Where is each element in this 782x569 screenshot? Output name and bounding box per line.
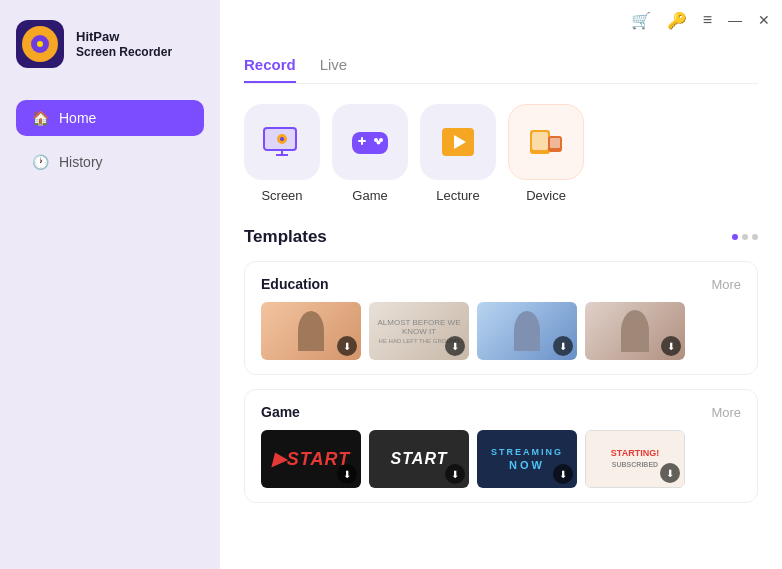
game-thumb-1[interactable]: ▶START ⬇ xyxy=(261,430,361,488)
download-overlay-g4: ⬇ xyxy=(660,463,680,483)
home-icon: 🏠 xyxy=(32,110,49,126)
download-icon-g3: ⬇ xyxy=(559,469,567,480)
svg-point-12 xyxy=(377,141,381,145)
game-header: Game More xyxy=(261,404,741,420)
app-subtitle: Screen Recorder xyxy=(76,45,172,59)
sidebar-item-home[interactable]: 🏠 Home xyxy=(16,100,204,136)
download-overlay-1: ⬇ xyxy=(337,336,357,356)
titlebar: 🛒 🔑 ≡ — ✕ xyxy=(220,0,782,40)
main-area: 🛒 🔑 ≡ — ✕ Record Live xyxy=(220,0,782,569)
edu-thumb-2[interactable]: ALMOST BEFORE WE KNOW ITHE HAD LEFT THE … xyxy=(369,302,469,360)
mode-device[interactable]: Device xyxy=(508,104,584,203)
category-game: Game More ▶START ⬇ START ⬇ xyxy=(244,389,758,503)
download-icon-1: ⬇ xyxy=(343,341,351,352)
lecture-label: Lecture xyxy=(436,188,479,203)
education-more[interactable]: More xyxy=(711,277,741,292)
templates-header: Templates xyxy=(244,227,758,247)
education-header: Education More xyxy=(261,276,741,292)
screen-label: Screen xyxy=(261,188,302,203)
download-overlay-g2: ⬇ xyxy=(445,464,465,484)
key-icon[interactable]: 🔑 xyxy=(667,11,687,30)
home-label: Home xyxy=(59,110,96,126)
lecture-icon-wrap xyxy=(420,104,496,180)
tab-live[interactable]: Live xyxy=(320,56,348,83)
minimize-button[interactable]: — xyxy=(728,12,742,28)
mode-lecture[interactable]: Lecture xyxy=(420,104,496,203)
tab-record[interactable]: Record xyxy=(244,56,296,83)
screen-icon xyxy=(260,120,304,164)
download-icon-g2: ⬇ xyxy=(451,469,459,480)
device-icon-wrap xyxy=(508,104,584,180)
dot-2 xyxy=(742,234,748,240)
game-more[interactable]: More xyxy=(711,405,741,420)
svg-rect-16 xyxy=(532,132,548,150)
sidebar: HitPaw Screen Recorder 🏠 Home 🕐 History xyxy=(0,0,220,569)
download-icon-4: ⬇ xyxy=(667,341,675,352)
category-education: Education More ⬇ ALMOST BEFORE WE KNOW I… xyxy=(244,261,758,375)
game-thumb-2[interactable]: START ⬇ xyxy=(369,430,469,488)
game-thumbnails: ▶START ⬇ START ⬇ STREAMING xyxy=(261,430,741,488)
lecture-icon xyxy=(436,120,480,164)
logo-area: HitPaw Screen Recorder xyxy=(16,20,204,68)
download-overlay-3: ⬇ xyxy=(553,336,573,356)
download-overlay-2: ⬇ xyxy=(445,336,465,356)
edu-thumb-3[interactable]: ⬇ xyxy=(477,302,577,360)
download-overlay-g3: ⬇ xyxy=(553,464,573,484)
close-button[interactable]: ✕ xyxy=(758,12,770,28)
game-thumb-4[interactable]: STARTING!SUBSCRIBED ⬇ xyxy=(585,430,685,488)
game-icon-wrap xyxy=(332,104,408,180)
tabs-bar: Record Live xyxy=(244,56,758,84)
edu-thumb-4[interactable]: ⬇ xyxy=(585,302,685,360)
mode-screen[interactable]: Screen xyxy=(244,104,320,203)
education-title: Education xyxy=(261,276,329,292)
content-area: Record Live xyxy=(220,40,782,569)
dot-indicator xyxy=(732,234,758,240)
mode-game[interactable]: Game xyxy=(332,104,408,203)
device-icon xyxy=(524,120,568,164)
download-icon-3: ⬇ xyxy=(559,341,567,352)
download-icon-g1: ⬇ xyxy=(343,469,351,480)
edu-thumb-1[interactable]: ⬇ xyxy=(261,302,361,360)
history-icon: 🕐 xyxy=(32,154,49,170)
game-label: Game xyxy=(352,188,387,203)
record-modes: Screen Game xyxy=(244,104,758,203)
device-label: Device xyxy=(526,188,566,203)
education-thumbnails: ⬇ ALMOST BEFORE WE KNOW ITHE HAD LEFT TH… xyxy=(261,302,741,360)
download-icon-2: ⬇ xyxy=(451,341,459,352)
history-label: History xyxy=(59,154,103,170)
game-thumb-3[interactable]: STREAMING NOW ⬇ xyxy=(477,430,577,488)
menu-icon[interactable]: ≡ xyxy=(703,11,712,29)
dot-3 xyxy=(752,234,758,240)
game-icon xyxy=(348,120,392,164)
game-title: Game xyxy=(261,404,300,420)
svg-point-6 xyxy=(280,137,284,141)
download-overlay-g1: ⬇ xyxy=(337,464,357,484)
app-title: HitPaw xyxy=(76,29,172,46)
svg-rect-7 xyxy=(352,132,388,154)
svg-rect-9 xyxy=(361,137,363,145)
cart-icon[interactable]: 🛒 xyxy=(631,11,651,30)
templates-title: Templates xyxy=(244,227,327,247)
sidebar-item-history[interactable]: 🕐 History xyxy=(16,144,204,180)
app-name: HitPaw Screen Recorder xyxy=(76,29,172,60)
download-icon-g4: ⬇ xyxy=(666,468,674,479)
download-overlay-4: ⬇ xyxy=(661,336,681,356)
svg-rect-18 xyxy=(550,138,560,148)
app-logo xyxy=(16,20,64,68)
dot-1 xyxy=(732,234,738,240)
screen-icon-wrap xyxy=(244,104,320,180)
